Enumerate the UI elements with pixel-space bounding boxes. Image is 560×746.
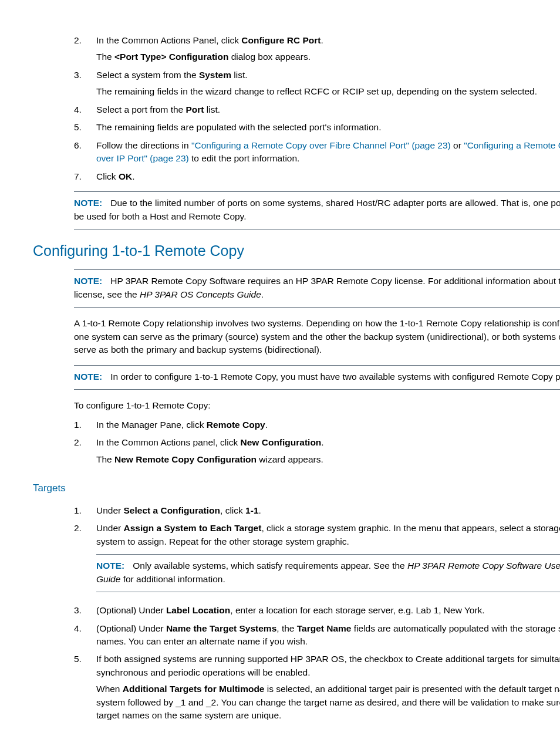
targets-steps-list: 1.Under Select a Configuration, click 1-… bbox=[74, 504, 560, 723]
step-number: 2. bbox=[74, 34, 96, 64]
note-text: Due to the limited number of ports on so… bbox=[74, 198, 560, 221]
bold-text: Assign a System to Each Target bbox=[124, 523, 262, 533]
list-item: 3.(Optional) Under Label Location, enter… bbox=[74, 604, 560, 617]
note-label: NOTE: bbox=[96, 561, 124, 571]
step-text: The remaining fields are populated with … bbox=[96, 121, 560, 134]
bold-text: New Remote Copy Configuration bbox=[114, 454, 257, 464]
step-body: Under Select a Configuration, click 1-1. bbox=[96, 504, 560, 517]
bold-text: Port bbox=[186, 104, 204, 114]
step-text: Select a system from the System list. bbox=[96, 69, 560, 82]
note-label: NOTE: bbox=[74, 276, 102, 286]
note-two-systems: NOTE:In order to configure 1-to-1 Remote… bbox=[74, 365, 560, 390]
mid-steps-list: 1.In the Manager Pane, click Remote Copy… bbox=[74, 418, 560, 466]
step-body: In the Common Actions Panel, click Confi… bbox=[96, 34, 560, 64]
bold-text: System bbox=[199, 70, 231, 80]
note-label: NOTE: bbox=[74, 372, 102, 382]
step-number: 5. bbox=[74, 121, 96, 134]
list-item: 6.Follow the directions in "Configuring … bbox=[74, 139, 560, 166]
italic-text: HP 3PAR OS Concepts Guide bbox=[140, 289, 261, 299]
step-number: 4. bbox=[74, 103, 96, 116]
bold-text: Configure RC Port bbox=[241, 35, 321, 45]
step-body: Click OK. bbox=[96, 170, 560, 183]
step-text: Under Assign a System to Each Target, cl… bbox=[96, 522, 560, 548]
step-text: If both assigned systems are running sup… bbox=[96, 653, 560, 679]
step-number: 5. bbox=[74, 653, 96, 722]
step-body: Select a system from the System list.The… bbox=[96, 69, 560, 99]
step-subtext: When Additional Targets for Multimode is… bbox=[96, 683, 560, 722]
step-text: Select a port from the Port list. bbox=[96, 103, 560, 116]
step-number: 3. bbox=[74, 69, 96, 99]
para-to-configure: To configure 1-to-1 Remote Copy: bbox=[74, 399, 560, 412]
step-number: 6. bbox=[74, 139, 96, 166]
step-text: In the Common Actions panel, click New C… bbox=[96, 436, 560, 449]
step-number: 3. bbox=[74, 604, 96, 617]
list-item: 4.(Optional) Under Name the Target Syste… bbox=[74, 622, 560, 649]
list-item: 4.Select a port from the Port list. bbox=[74, 103, 560, 116]
step-number: 7. bbox=[74, 170, 96, 183]
step-body: Follow the directions in "Configuring a … bbox=[96, 139, 560, 166]
step-body: Under Assign a System to Each Target, cl… bbox=[96, 522, 560, 599]
list-item: 2.In the Common Actions Panel, click Con… bbox=[74, 34, 560, 64]
bold-text: Select a Configuration bbox=[124, 505, 221, 515]
bold-text: Name the Target Systems bbox=[166, 623, 276, 633]
list-item: 2.In the Common Actions panel, click New… bbox=[74, 436, 560, 466]
note-text: In order to configure 1-to-1 Remote Copy… bbox=[110, 372, 560, 382]
step-body: (Optional) Under Name the Target Systems… bbox=[96, 622, 560, 649]
bold-text: Target Name bbox=[297, 623, 352, 633]
list-item: 2.Under Assign a System to Each Target, … bbox=[74, 522, 560, 599]
step-text: In the Common Actions Panel, click Confi… bbox=[96, 34, 560, 47]
bold-text: 1-1 bbox=[245, 505, 258, 515]
step-text: (Optional) Under Name the Target Systems… bbox=[96, 622, 560, 649]
italic-text: HP 3PAR Remote Copy Software User's Guid… bbox=[96, 561, 560, 583]
note-text: Only available systems, which satisfy re… bbox=[96, 561, 560, 583]
step-number: 1. bbox=[74, 504, 96, 517]
bold-text: Additional Targets for Multimode bbox=[123, 684, 265, 694]
bold-text: <Port Type> Configuration bbox=[114, 52, 228, 62]
note-label: NOTE: bbox=[74, 198, 102, 208]
step-text: Under Select a Configuration, click 1-1. bbox=[96, 504, 560, 517]
step-number: 1. bbox=[74, 418, 96, 431]
bold-text: New Configuration bbox=[241, 437, 322, 447]
top-steps-list: 2.In the Common Actions Panel, click Con… bbox=[74, 34, 560, 183]
step-number: 2. bbox=[74, 436, 96, 466]
step-body: If both assigned systems are running sup… bbox=[96, 653, 560, 722]
step-body: In the Common Actions panel, click New C… bbox=[96, 436, 560, 466]
note-shared-ports: NOTE:Due to the limited number of ports … bbox=[74, 191, 560, 229]
step-body: The remaining fields are populated with … bbox=[96, 121, 560, 134]
step-text: Follow the directions in "Configuring a … bbox=[96, 139, 560, 166]
step-body: (Optional) Under Label Location, enter a… bbox=[96, 604, 560, 617]
list-item: 5.The remaining fields are populated wit… bbox=[74, 121, 560, 134]
step-text: (Optional) Under Label Location, enter a… bbox=[96, 604, 560, 617]
step-number: 2. bbox=[74, 522, 96, 599]
para-1to1-description: A 1-to-1 Remote Copy relationship involv… bbox=[74, 317, 560, 356]
bold-text: Label Location bbox=[166, 605, 230, 615]
link[interactable]: "Configuring a Remote Copy over Fibre Ch… bbox=[191, 140, 451, 150]
step-text: Click OK. bbox=[96, 170, 560, 183]
bold-text: Remote Copy bbox=[207, 420, 265, 430]
step-body: In the Manager Pane, click Remote Copy. bbox=[96, 418, 560, 431]
heading-configuring-1to1: Configuring 1-to-1 Remote Copy bbox=[33, 240, 560, 261]
note-license: NOTE:HP 3PAR Remote Copy Software requir… bbox=[74, 269, 560, 308]
step-subtext: The New Remote Copy Configuration wizard… bbox=[96, 453, 560, 466]
step-text: In the Manager Pane, click Remote Copy. bbox=[96, 418, 560, 431]
bold-text: OK bbox=[119, 171, 132, 181]
list-item: 7.Click OK. bbox=[74, 170, 560, 183]
list-item: 1.In the Manager Pane, click Remote Copy… bbox=[74, 418, 560, 431]
step-body: Select a port from the Port list. bbox=[96, 103, 560, 116]
list-item: 1.Under Select a Configuration, click 1-… bbox=[74, 504, 560, 517]
heading-targets: Targets bbox=[33, 481, 560, 496]
step-subtext: The remaining fields in the wizard chang… bbox=[96, 85, 560, 98]
list-item: 3.Select a system from the System list.T… bbox=[74, 69, 560, 99]
list-item: 5.If both assigned systems are running s… bbox=[74, 653, 560, 722]
step-subtext: The <Port Type> Configuration dialog box… bbox=[96, 50, 560, 63]
note-text: HP 3PAR Remote Copy Software requires an… bbox=[74, 276, 560, 299]
step-number: 4. bbox=[74, 622, 96, 649]
inline-note: NOTE:Only available systems, which satis… bbox=[96, 554, 560, 592]
